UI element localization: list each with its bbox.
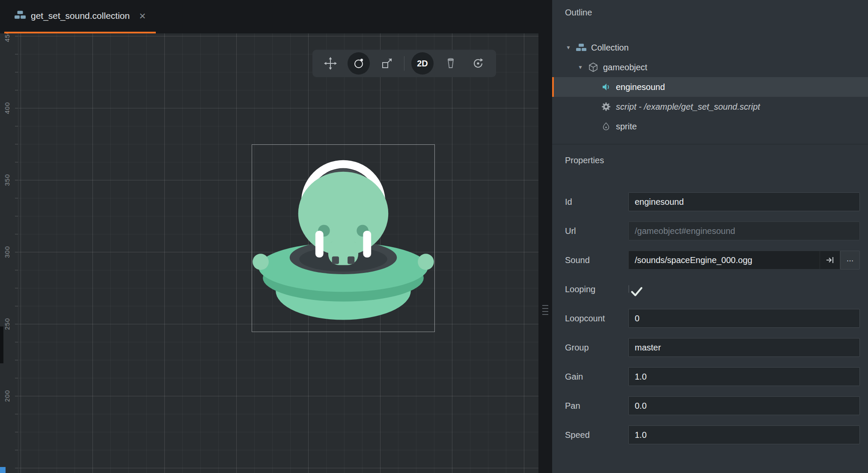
open-resource-button[interactable] <box>820 251 840 269</box>
2d-label: 2D <box>417 59 428 69</box>
speed-input[interactable] <box>628 425 860 444</box>
outline-item-enginesound[interactable]: enginesound <box>552 77 868 97</box>
url-label: Url <box>565 226 628 236</box>
sprite-icon <box>599 122 613 131</box>
property-row-group: Group <box>552 333 868 362</box>
group-label: Group <box>565 343 628 353</box>
id-label: Id <box>565 197 628 207</box>
chevron-down-icon[interactable]: ▼ <box>562 45 574 51</box>
sound-input[interactable] <box>628 251 820 269</box>
rotate-icon <box>352 57 366 70</box>
outline-tree: ▼ Collection ▼ gameobject <box>552 38 868 136</box>
ruler-label: 200 <box>3 385 11 407</box>
browse-button[interactable]: ... <box>840 251 860 269</box>
outline-item-label: gameobject <box>603 63 647 72</box>
id-input[interactable] <box>628 192 860 211</box>
gain-label: Gain <box>565 372 628 382</box>
pane-splitter[interactable] <box>538 0 552 473</box>
tab-bar: get_set_sound.collection × <box>0 0 538 33</box>
editor-window: get_set_sound.collection × <box>0 0 868 473</box>
property-row-gain: Gain <box>552 362 868 391</box>
pan-label: Pan <box>565 401 628 411</box>
properties-section: Properties Id Url Sound ... <box>552 144 868 449</box>
collection-icon <box>574 43 588 52</box>
outline-item-sprite[interactable]: sprite <box>552 117 868 136</box>
property-row-looping: Looping <box>552 275 868 304</box>
scene-grid[interactable] <box>18 33 538 473</box>
ruler-label: 450 <box>3 33 11 47</box>
property-row-id: Id <box>552 187 868 216</box>
collection-icon <box>15 10 26 22</box>
outline-item-label: sprite <box>616 122 637 132</box>
chevron-down-icon[interactable]: ▼ <box>574 64 586 70</box>
tab-title: get_set_sound.collection <box>31 11 130 21</box>
outline-item-label: Collection <box>591 43 629 53</box>
property-row-url: Url <box>552 216 868 245</box>
splitter-grip-icon[interactable] <box>542 305 548 315</box>
frame-selection-button[interactable] <box>468 53 488 74</box>
ruler-label: 250 <box>3 313 11 335</box>
sound-label: Sound <box>565 255 628 265</box>
move-tool-button[interactable] <box>320 53 341 74</box>
looping-label: Looping <box>565 284 628 294</box>
scene-pane: get_set_sound.collection × <box>0 0 538 473</box>
scene-canvas[interactable]: 450 400 350 300 250 200 <box>0 33 538 473</box>
pan-input[interactable] <box>628 396 860 415</box>
loopcount-label: Loopcount <box>565 314 628 323</box>
camera-frustum-button[interactable] <box>440 53 461 74</box>
canvas-corner-badge <box>0 467 6 473</box>
selection-bounds <box>252 144 435 332</box>
outline-section: Outline ▼ Collection ▼ gam <box>552 0 868 144</box>
camera-frustum-icon <box>444 57 458 70</box>
outline-title: Outline <box>565 7 868 18</box>
speed-label: Speed <box>565 430 628 440</box>
ruler-label: 300 <box>3 241 11 263</box>
check-icon <box>629 284 644 299</box>
group-input[interactable] <box>628 338 860 357</box>
properties-title: Properties <box>565 155 868 166</box>
tab-collection[interactable]: get_set_sound.collection × <box>4 0 156 33</box>
scale-tool-button[interactable] <box>377 53 397 74</box>
looping-checkbox[interactable] <box>628 285 629 293</box>
gear-icon <box>599 102 613 112</box>
close-icon[interactable]: × <box>139 10 146 21</box>
ruler-label: 350 <box>3 169 11 191</box>
move-icon <box>324 57 337 70</box>
ruler-label: 400 <box>3 97 11 119</box>
open-resource-icon <box>825 255 835 265</box>
scale-icon <box>380 57 394 70</box>
outline-item-label: enginesound <box>616 82 665 92</box>
outline-item-gameobject[interactable]: ▼ gameobject <box>552 57 868 77</box>
scene-toolbar: 2D <box>312 50 496 77</box>
outline-item-label: script - /example/get_set_sound.script <box>616 102 760 112</box>
gameobject-cube-icon <box>586 62 600 72</box>
property-row-speed: Speed <box>552 420 868 449</box>
toolbar-divider <box>404 56 404 71</box>
orbit-arrow-icon <box>471 57 485 70</box>
vertical-ruler: 450 400 350 300 250 200 <box>0 33 18 473</box>
property-row-loopcount: Loopcount <box>552 304 868 333</box>
property-row-pan: Pan <box>552 391 868 420</box>
2d-toggle-button[interactable]: 2D <box>411 52 434 75</box>
ruler-notch <box>0 326 3 363</box>
url-input[interactable] <box>628 222 860 240</box>
properties-panel: Outline ▼ Collection ▼ gam <box>552 0 868 473</box>
outline-item-script[interactable]: script - /example/get_set_sound.script <box>552 97 868 117</box>
outline-item-collection[interactable]: ▼ Collection <box>552 38 868 57</box>
property-row-sound: Sound ... <box>552 245 868 275</box>
loopcount-input[interactable] <box>628 309 860 328</box>
speaker-icon <box>599 82 613 92</box>
gain-input[interactable] <box>628 367 860 386</box>
rotate-tool-button[interactable] <box>348 52 370 75</box>
alien-ufo-sprite[interactable] <box>252 147 434 330</box>
